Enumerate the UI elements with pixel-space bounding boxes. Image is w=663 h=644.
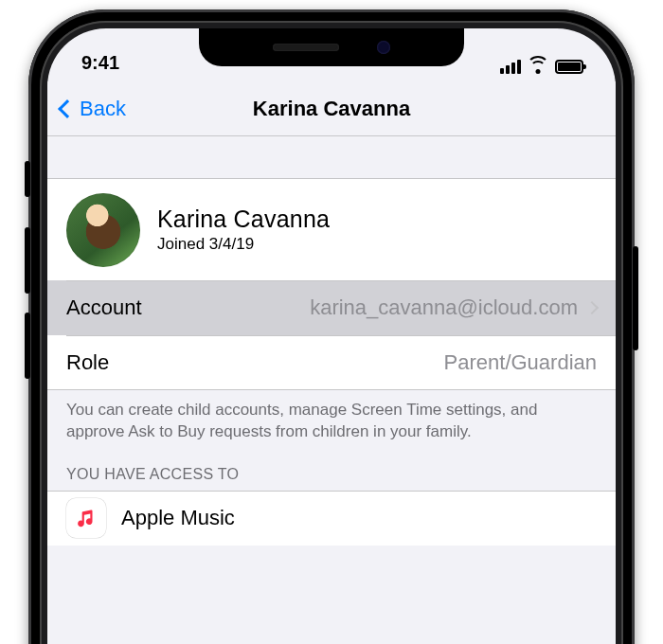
avatar — [66, 193, 140, 267]
chevron-right-icon — [585, 301, 599, 314]
notch — [199, 28, 464, 66]
back-button[interactable]: Back — [47, 97, 126, 121]
access-section-header: You Have Access To — [47, 466, 616, 491]
access-item-label: Apple Music — [121, 506, 235, 530]
role-footer-text: You can create child accounts, manage Sc… — [47, 390, 616, 466]
access-item-apple-music[interactable]: Apple Music — [47, 491, 616, 546]
role-label: Role — [66, 350, 109, 375]
account-row[interactable]: Account karina_cavanna@icloud.com — [47, 280, 616, 335]
apple-music-icon — [66, 498, 106, 538]
profile-header-row: Karina Cavanna Joined 3/4/19 — [47, 178, 616, 280]
profile-name: Karina Cavanna — [157, 206, 330, 233]
role-row[interactable]: Role Parent/Guardian — [47, 335, 616, 390]
wifi-icon — [528, 59, 548, 74]
profile-joined: Joined 3/4/19 — [157, 235, 330, 254]
page-title: Karina Cavanna — [47, 97, 616, 121]
cellular-icon — [500, 60, 521, 74]
back-label: Back — [80, 97, 126, 121]
nav-bar: Back Karina Cavanna — [47, 81, 616, 136]
role-value: Parent/Guardian — [444, 350, 597, 375]
battery-icon — [555, 60, 583, 74]
chevron-left-icon — [58, 99, 77, 118]
status-time: 9:41 — [81, 52, 119, 74]
account-label: Account — [66, 295, 142, 320]
account-value: karina_cavanna@icloud.com — [310, 295, 578, 320]
